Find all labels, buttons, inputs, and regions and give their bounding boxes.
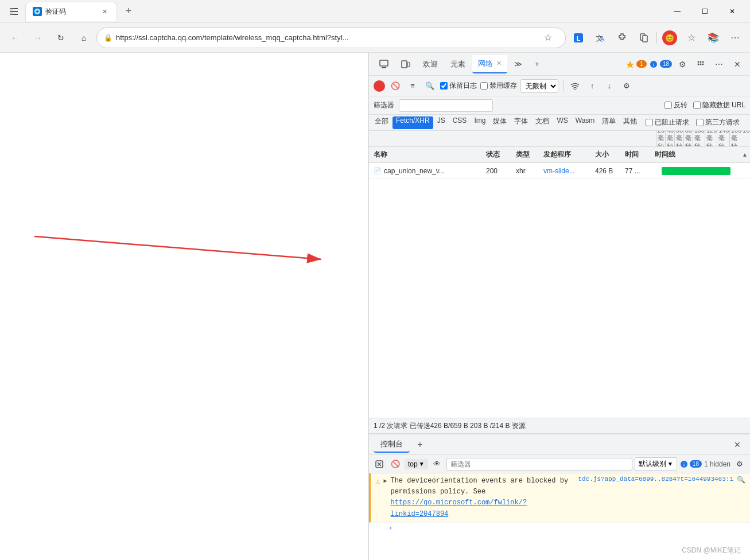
filter-button[interactable]: ≡: [406, 79, 419, 93]
preserve-log-label[interactable]: 保留日志: [440, 81, 477, 91]
extensions-icon[interactable]: [612, 28, 632, 48]
clear-button[interactable]: 🚫: [388, 79, 402, 93]
close-button[interactable]: ✕: [719, 2, 745, 21]
timeline-ms-20: 20 毫秒: [656, 131, 665, 147]
window-controls: — ☐ ✕: [664, 2, 745, 21]
page-content: [0, 53, 368, 560]
translate-icon[interactable]: 文A: [590, 28, 611, 48]
record-button[interactable]: [374, 80, 385, 92]
devtools-more-button[interactable]: ⋯: [711, 56, 727, 72]
svg-rect-3: [10, 8, 13, 15]
hide-data-url-checkbox[interactable]: [693, 102, 701, 109]
console-filter-input[interactable]: [446, 458, 632, 470]
reverse-label[interactable]: 反转: [664, 100, 687, 110]
type-filter-img[interactable]: Img: [471, 116, 489, 129]
home-button[interactable]: ⌂: [73, 28, 94, 48]
browser-tab-active[interactable]: 验证码 ✕: [25, 2, 117, 21]
cell-time: 77 ...: [625, 167, 655, 175]
disable-cache-checkbox[interactable]: [480, 82, 488, 90]
third-party-label[interactable]: 第三方请求: [696, 118, 740, 127]
blocked-requests-label[interactable]: 已阻止请求: [646, 118, 689, 127]
devtools-tab-elements[interactable]: 元素: [445, 55, 471, 73]
devtools-tab-network[interactable]: 网络 ✕: [472, 55, 507, 73]
filter-label: 筛选器: [374, 100, 394, 110]
devtools-tab-add[interactable]: +: [529, 55, 545, 73]
console-settings-button[interactable]: ⚙: [733, 457, 747, 471]
favorites-icon[interactable]: ☆: [538, 28, 558, 48]
message-source[interactable]: tdc.js?app_data=6899..8284?t=1644993463:…: [578, 476, 733, 483]
profile-icon[interactable]: L: [568, 28, 589, 48]
hide-data-url-label[interactable]: 隐藏数据 URL: [693, 100, 745, 110]
collections-icon[interactable]: [634, 28, 654, 48]
address-field[interactable]: 🔒 https://ssl.captcha.qq.com/template/wi…: [96, 28, 566, 48]
type-filter-all[interactable]: 全部: [371, 116, 392, 129]
console-clear-button[interactable]: [372, 457, 386, 471]
devtools-settings-button[interactable]: ⚙: [674, 56, 690, 72]
throttle-select[interactable]: 无限制: [520, 79, 558, 93]
filter-input[interactable]: [399, 99, 493, 112]
user-avatar[interactable]: 😊: [659, 28, 680, 48]
back-button[interactable]: ←: [5, 28, 25, 48]
type-filter-wasm[interactable]: Wasm: [572, 116, 599, 129]
type-filter-font[interactable]: 字体: [511, 116, 531, 129]
col-header-initiator: 发起程序: [543, 150, 595, 160]
message-search-icon[interactable]: 🔍: [737, 476, 745, 484]
message-link[interactable]: https://go.microsoft.com/fwlink/?linkid=…: [390, 499, 527, 518]
svg-line-14: [34, 236, 321, 259]
message-text: The deviceorientation events are blocked…: [390, 476, 574, 520]
collections-button[interactable]: 📚: [703, 28, 724, 48]
console-level-selector[interactable]: 默认级别 ▼: [635, 457, 677, 470]
console-context-selector[interactable]: top ▼: [405, 459, 428, 469]
refresh-button[interactable]: ↻: [50, 28, 71, 48]
console-add-tab-button[interactable]: +: [412, 437, 428, 453]
devtools-tab-device[interactable]: [395, 55, 416, 73]
timeline-ms-120: 120 毫秒: [705, 131, 717, 147]
disable-cache-label[interactable]: 禁用缓存: [480, 81, 517, 91]
reverse-checkbox[interactable]: [664, 102, 672, 109]
lock-icon: 🔒: [104, 34, 112, 42]
console-tab-main[interactable]: 控制台: [374, 437, 410, 453]
network-settings-button[interactable]: ⚙: [620, 79, 634, 93]
devtools-close-button[interactable]: ✕: [729, 56, 745, 72]
type-filter-manifest[interactable]: 清单: [599, 116, 619, 129]
expand-arrow-icon[interactable]: ▶: [383, 477, 387, 484]
devtools-dock-button[interactable]: [693, 56, 709, 72]
tab-close-button[interactable]: ✕: [99, 6, 110, 17]
type-filter-fetch-xhr[interactable]: Fetch/XHR: [393, 116, 433, 129]
favorites-button[interactable]: ☆: [681, 28, 702, 48]
forward-button[interactable]: →: [28, 28, 48, 48]
third-party-checkbox[interactable]: [696, 119, 704, 126]
console-eye-button[interactable]: 👁: [430, 457, 444, 471]
main-area: 欢迎 元素 网络 ✕ ≫ + 1 i: [0, 53, 750, 560]
new-tab-button[interactable]: +: [119, 2, 138, 21]
blocked-requests-checkbox[interactable]: [646, 119, 653, 126]
devtools-tab-inspect[interactable]: [374, 55, 394, 73]
console-block-button[interactable]: 🚫: [388, 457, 402, 471]
more-button[interactable]: ⋯: [725, 28, 745, 48]
table-body: 📄 cap_union_new_v... 200 xhr vm-slide...…: [369, 163, 750, 418]
type-filter-js[interactable]: JS: [434, 116, 449, 129]
search-network-button[interactable]: 🔍: [423, 79, 437, 93]
maximize-button[interactable]: ☐: [691, 2, 718, 21]
sidebar-toggle-button[interactable]: [5, 2, 23, 21]
tab-close-icon[interactable]: ✕: [496, 60, 502, 67]
download-icon: ↓: [603, 79, 616, 93]
minimize-button[interactable]: —: [664, 2, 690, 21]
timeline-ms-80: 80 毫秒: [683, 131, 693, 147]
timeline-ms-140: 140 毫秒: [717, 131, 729, 147]
cell-initiator[interactable]: vm-slide...: [543, 167, 595, 175]
devtools-tab-more[interactable]: ≫: [508, 55, 528, 73]
table-row[interactable]: 📄 cap_union_new_v... 200 xhr vm-slide...…: [369, 163, 750, 179]
type-filter-css[interactable]: CSS: [449, 116, 471, 129]
timeline-ms-180: 18: [741, 131, 750, 147]
preserve-log-checkbox[interactable]: [440, 82, 448, 90]
warning-badge: 1: [636, 60, 647, 68]
devtools-tab-welcome[interactable]: 欢迎: [417, 55, 444, 73]
type-filter-media[interactable]: 媒体: [489, 116, 510, 129]
console-close-button[interactable]: ✕: [729, 437, 745, 453]
svg-point-27: [702, 63, 704, 65]
type-filter-doc[interactable]: 文档: [532, 116, 553, 129]
type-filter-ws[interactable]: WS: [553, 116, 571, 129]
prompt-chevron: ›: [388, 524, 393, 532]
type-filter-other[interactable]: 其他: [620, 116, 640, 129]
